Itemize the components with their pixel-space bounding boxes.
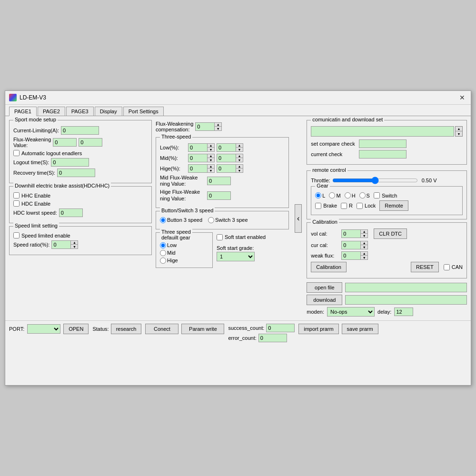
open-file-input[interactable]: [345, 283, 467, 292]
flux-comp-up[interactable]: ▲: [215, 123, 221, 127]
auto-logout-label: Automatic logout enadlers: [21, 150, 82, 156]
lock-checkbox[interactable]: [357, 203, 363, 209]
chevron-button[interactable]: ‹: [295, 204, 302, 233]
mid-up2[interactable]: ▲: [236, 154, 243, 158]
open-button[interactable]: OPEN: [63, 324, 89, 334]
vol-cal-up[interactable]: ▲: [361, 230, 367, 234]
error-count-input[interactable]: [258, 334, 287, 342]
weak-flux-input[interactable]: [341, 251, 360, 260]
tab-page1[interactable]: PAGE1: [9, 107, 37, 116]
close-button[interactable]: ✕: [457, 94, 467, 101]
open-file-button[interactable]: open file: [307, 282, 342, 293]
low-up1[interactable]: ▲: [208, 144, 214, 148]
speed-ratio-down[interactable]: ▼: [71, 245, 78, 248]
tab-display[interactable]: Display: [95, 107, 122, 116]
calibration-button[interactable]: Calibration: [311, 262, 347, 272]
comm-top-input[interactable]: [311, 126, 454, 137]
vol-cal-input[interactable]: [341, 229, 360, 238]
remote-button[interactable]: Remote: [379, 200, 408, 211]
port-select[interactable]: [27, 324, 60, 334]
hige-flux-input[interactable]: [207, 191, 231, 200]
hige-val1-input[interactable]: [188, 164, 207, 173]
moden-select[interactable]: No-ops: [327, 307, 375, 317]
speed-limited-checkbox[interactable]: [13, 232, 20, 238]
default-hige-radio[interactable]: [160, 258, 166, 264]
gear-S-radio[interactable]: [359, 192, 366, 198]
switch3-radio[interactable]: [208, 217, 214, 223]
flux-weakening-value-label: Flux-WeakeningValue:: [13, 137, 51, 148]
mid-flux-input[interactable]: [207, 177, 231, 185]
cur-cal-down[interactable]: ▼: [361, 245, 367, 249]
gear-M-radio[interactable]: [329, 192, 335, 198]
success-count-input[interactable]: [266, 324, 295, 332]
R-checkbox[interactable]: [341, 203, 347, 209]
param-write-button[interactable]: Param write: [181, 324, 224, 334]
speed-ratio-up[interactable]: ▲: [71, 241, 78, 245]
speed-ratio-input[interactable]: [51, 240, 70, 249]
hige-val2-input[interactable]: [217, 164, 236, 173]
mid-val2-input[interactable]: [217, 154, 236, 162]
cur-cal-input[interactable]: [341, 241, 360, 249]
gear-switch-checkbox[interactable]: [374, 192, 380, 198]
mid-down2[interactable]: ▼: [236, 158, 243, 162]
hige-down1[interactable]: ▼: [208, 169, 214, 172]
current-limiting-input[interactable]: [61, 126, 99, 135]
sport-mode-label: Sport mode setup: [13, 117, 58, 122]
tab-port-settings[interactable]: Port Settings: [123, 107, 164, 116]
logout-time-input[interactable]: [51, 158, 89, 167]
set-compare-check-input[interactable]: [359, 139, 407, 148]
vol-cal-row: vol cal: ▲▼ CLR DTC: [311, 228, 463, 239]
can-checkbox[interactable]: [444, 264, 450, 270]
weak-flux-up[interactable]: ▲: [361, 252, 367, 256]
default-mid-radio[interactable]: [160, 250, 166, 256]
mid-val1-input[interactable]: [188, 154, 207, 162]
hige-down2[interactable]: ▼: [236, 169, 243, 172]
tab-page3[interactable]: PAGE3: [66, 107, 94, 116]
low-val2-input[interactable]: [217, 143, 236, 152]
button3-radio[interactable]: [160, 217, 166, 223]
default-low-radio[interactable]: [160, 242, 166, 248]
delay-input[interactable]: [394, 307, 413, 316]
weak-flux-down[interactable]: ▼: [361, 256, 367, 259]
flux-comp-input[interactable]: [195, 122, 214, 131]
clr-dtc-button[interactable]: CLR DTC: [374, 228, 407, 239]
current-check-input[interactable]: [359, 150, 407, 159]
comm-top-down[interactable]: ▼: [456, 131, 462, 136]
hdc-enable-checkbox[interactable]: [13, 200, 20, 207]
gear-L-radio[interactable]: [315, 192, 321, 198]
gear-H-radio[interactable]: [345, 192, 351, 198]
recovery-time-input[interactable]: [57, 169, 95, 177]
mid-up1[interactable]: ▲: [208, 154, 214, 158]
auto-logout-checkbox[interactable]: [13, 150, 20, 156]
low-down2[interactable]: ▼: [236, 148, 243, 151]
hige-up2[interactable]: ▲: [236, 165, 243, 169]
download-progress-input[interactable]: [345, 295, 467, 305]
hdc-lowrst-input[interactable]: [59, 208, 83, 217]
flux-comp-down[interactable]: ▼: [215, 127, 221, 130]
flux-val2-input[interactable]: [79, 138, 102, 147]
soft-start-checkbox[interactable]: [217, 234, 223, 240]
comm-top-up[interactable]: ▲: [456, 127, 462, 131]
soft-start-grade-select[interactable]: 1: [217, 252, 255, 261]
connect-button[interactable]: Conect: [145, 324, 178, 334]
vol-cal-down[interactable]: ▼: [361, 234, 367, 238]
mid-down1[interactable]: ▼: [208, 158, 214, 162]
save-prarm-button[interactable]: save prarm: [342, 324, 378, 334]
low-down1[interactable]: ▼: [208, 148, 214, 151]
flux-val1-input[interactable]: [53, 138, 77, 147]
tab-page2[interactable]: PAGE2: [38, 107, 65, 116]
hige-up1[interactable]: ▲: [208, 165, 214, 169]
brake-checkbox[interactable]: [315, 203, 321, 209]
reset-button[interactable]: RESET: [411, 262, 439, 272]
low-up2[interactable]: ▲: [236, 144, 243, 148]
throttle-slider[interactable]: [332, 177, 418, 184]
download-button[interactable]: download: [307, 295, 342, 305]
set-compare-check-label: set compare check: [311, 141, 356, 147]
cur-cal-up[interactable]: ▲: [361, 241, 367, 245]
research-button[interactable]: research: [111, 324, 142, 334]
import-prarm-button[interactable]: import prarm: [298, 324, 338, 334]
gear-M-item: M: [329, 192, 340, 198]
hhc-enable-checkbox[interactable]: [13, 192, 20, 198]
current-check-label: current check: [311, 151, 356, 157]
low-val1-input[interactable]: [188, 143, 207, 152]
